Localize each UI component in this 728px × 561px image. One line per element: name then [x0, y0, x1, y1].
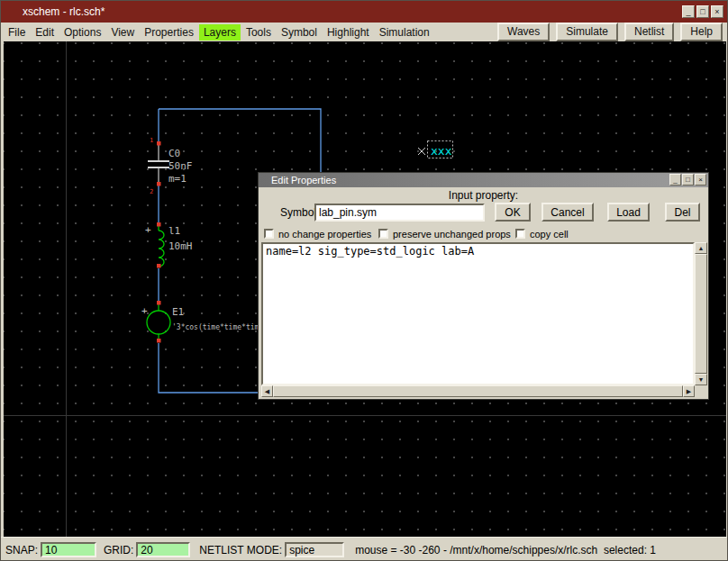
- pin-square: [157, 301, 161, 305]
- minimize-icon[interactable]: _: [682, 5, 695, 18]
- menu-properties[interactable]: Properties: [140, 24, 198, 41]
- checkbox-icon[interactable]: [264, 229, 274, 239]
- pin-square: [157, 264, 161, 268]
- dialog-close-icon[interactable]: ×: [695, 174, 706, 185]
- maximize-icon[interactable]: □: [696, 5, 709, 18]
- load-button[interactable]: Load: [607, 203, 650, 222]
- ok-button[interactable]: OK: [495, 203, 531, 222]
- component-name: E1: [172, 306, 184, 318]
- vertical-scroll-thumb[interactable]: [695, 254, 707, 374]
- checkbox-copy-cell[interactable]: copy cell: [515, 228, 569, 240]
- snap-label: SNAP:: [5, 544, 38, 556]
- vertical-scrollbar[interactable]: ▲ ▼: [695, 242, 707, 385]
- polarity-plus: +: [141, 305, 148, 317]
- component-name: C0: [168, 148, 180, 159]
- menu-tools[interactable]: Tools: [241, 24, 276, 41]
- pin-square: [157, 222, 161, 227]
- dialog-title: Edit Properties: [271, 175, 336, 185]
- checkbox-icon[interactable]: [378, 229, 388, 239]
- grid-label: GRID:: [104, 544, 133, 556]
- dialog-maximize-icon[interactable]: □: [682, 174, 694, 185]
- close-icon[interactable]: ×: [711, 5, 723, 18]
- horizontal-scrollbar[interactable]: ◀ ▶: [261, 385, 695, 397]
- menu-edit[interactable]: Edit: [31, 24, 59, 41]
- grid-input[interactable]: 20: [136, 542, 190, 557]
- edit-properties-dialog: Edit Properties _ □ × Input property: Sy…: [258, 172, 709, 400]
- menu-right-group: Waves Simulate Netlist Help: [497, 23, 727, 41]
- mouse-status-text: mouse = -30 -260 - /mnt/x/home/schippes/…: [355, 544, 656, 556]
- anchor-cross-icon: [418, 148, 425, 155]
- dialog-body: Input property: Symbol OK Cancel Load De…: [259, 187, 708, 399]
- menubar: File Edit Options View Properties Layers…: [1, 23, 727, 41]
- pin-square: [157, 339, 161, 343]
- netlist-button[interactable]: Netlist: [624, 23, 674, 41]
- dialog-titlebar[interactable]: Edit Properties _ □ ×: [259, 173, 708, 187]
- pin-square: [157, 141, 161, 146]
- symbol-input[interactable]: [314, 204, 485, 222]
- component-name: l1: [168, 225, 180, 237]
- window-controls: _ □ ×: [682, 5, 723, 18]
- scroll-up-icon[interactable]: ▲: [695, 242, 707, 254]
- menu-highlight[interactable]: Highlight: [323, 24, 374, 41]
- window-title: xschem - rlc.sch*: [23, 5, 105, 18]
- titlebar[interactable]: xschem - rlc.sch* _ □ ×: [1, 1, 727, 23]
- checkbox-label: preserve unchanged props: [393, 229, 511, 240]
- menu-simulation[interactable]: Simulation: [375, 24, 434, 41]
- pin-number: 2: [150, 188, 153, 195]
- snap-input[interactable]: 10: [41, 542, 96, 557]
- checkbox-preserve-unchanged[interactable]: preserve unchanged props: [378, 228, 511, 240]
- netlist-mode-input[interactable]: spice: [285, 542, 344, 557]
- dialog-controls: _ □ ×: [669, 174, 706, 185]
- netlist-mode-label: NETLIST MODE:: [199, 544, 282, 556]
- inductor-l1[interactable]: + l1 10mH: [145, 222, 193, 268]
- menu-file[interactable]: File: [4, 24, 30, 41]
- menu-view[interactable]: View: [106, 24, 139, 41]
- capacitor-c0[interactable]: 1 2 C0 50nF m=1: [148, 137, 193, 195]
- checkbox-icon[interactable]: [515, 229, 525, 239]
- input-property-label: Input property:: [259, 187, 708, 202]
- checkbox-no-change-properties[interactable]: no change properties: [264, 228, 371, 240]
- scroll-left-icon[interactable]: ◀: [261, 385, 273, 397]
- waves-button[interactable]: Waves: [497, 23, 550, 41]
- xschem-window: xschem - rlc.sch* _ □ × File Edit Option…: [0, 0, 728, 561]
- simulate-button[interactable]: Simulate: [556, 23, 618, 41]
- menu-symbol[interactable]: Symbol: [277, 24, 322, 41]
- pin-number: 1: [150, 137, 153, 144]
- horizontal-scroll-thumb[interactable]: [273, 385, 683, 397]
- help-button[interactable]: Help: [680, 23, 723, 41]
- pin-square: [157, 182, 161, 186]
- component-value: 10mH: [168, 240, 193, 252]
- component-extra: m=1: [168, 173, 187, 185]
- cancel-button[interactable]: Cancel: [541, 203, 594, 222]
- net-label-text: xxx: [431, 144, 452, 158]
- scroll-right-icon[interactable]: ▶: [683, 385, 695, 397]
- dialog-minimize-icon[interactable]: _: [669, 174, 681, 185]
- checkbox-label: no change properties: [278, 229, 371, 240]
- properties-textarea[interactable]: name=l2 sig_type=std_logic lab=A: [261, 242, 695, 385]
- menu-options[interactable]: Options: [59, 24, 105, 41]
- net-label-xxx[interactable]: xxx: [418, 141, 453, 158]
- checkbox-label: copy cell: [530, 229, 569, 240]
- voltage-source-e1[interactable]: + E1 '3*cos(time*time*time*: [141, 301, 268, 343]
- menu-layers[interactable]: Layers: [199, 24, 241, 41]
- del-button[interactable]: Del: [665, 203, 700, 222]
- polarity-plus: +: [145, 224, 151, 236]
- statusbar: SNAP: 10 GRID: 20 NETLIST MODE: spice mo…: [1, 537, 727, 561]
- symbol-label: Symbol: [280, 206, 316, 219]
- scroll-down-icon[interactable]: ▼: [695, 374, 707, 385]
- component-value: 50nF: [168, 160, 193, 172]
- component-value: '3*cos(time*time*time*: [172, 323, 268, 331]
